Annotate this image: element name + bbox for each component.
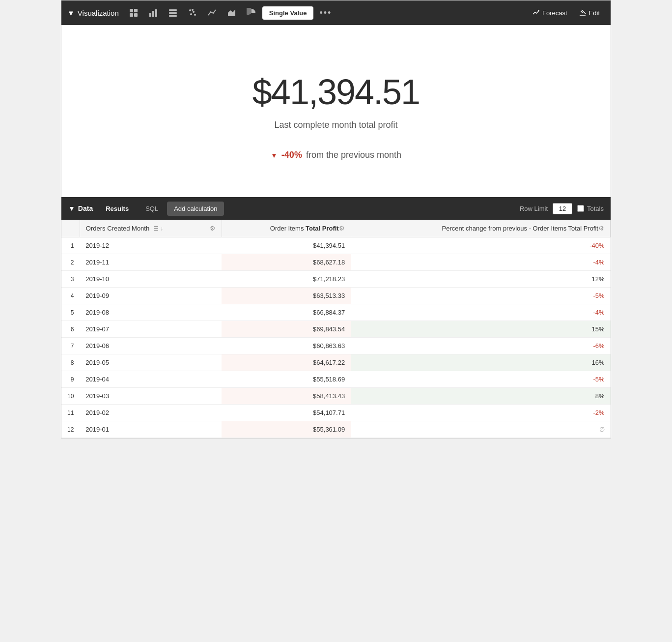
cell-month: 2019-03 — [80, 388, 222, 405]
list-view-button[interactable] — [164, 5, 182, 21]
cell-month: 2019-04 — [80, 371, 222, 388]
tab-results[interactable]: Results — [98, 201, 137, 216]
col-header-pct: Percent change from previous - Order Ite… — [351, 220, 610, 237]
data-table: Orders Created Month ☰ ↓ ⚙ Order Items T… — [61, 220, 611, 438]
cell-profit: $55,518.69 — [222, 371, 351, 388]
scatter-chart-button[interactable] — [184, 5, 201, 21]
row-number: 4 — [61, 288, 80, 304]
col-pct-gear-icon[interactable]: ⚙ — [598, 225, 604, 232]
cell-month: 2019-05 — [80, 354, 222, 371]
totals-checkbox[interactable] — [577, 205, 584, 212]
comparison-arrow-icon: ▼ — [271, 151, 278, 159]
value-label: Last complete month total profit — [274, 120, 397, 130]
more-options-button[interactable]: ••• — [315, 6, 336, 20]
table-row: 11 2019-02 $54,107.71 -2% — [61, 405, 611, 421]
col-profit-gear-icon[interactable]: ⚙ — [339, 225, 345, 232]
svg-point-11 — [193, 11, 195, 13]
table-row: 2 2019-11 $68,627.18 -4% — [61, 254, 611, 271]
totals-label: Totals — [577, 205, 604, 212]
viz-toolbar: ▼ Visualization — [61, 0, 611, 25]
row-number: 9 — [61, 371, 80, 388]
cell-pct: -4% — [351, 254, 610, 271]
single-value-area: $41,394.51 Last complete month total pro… — [61, 25, 611, 197]
col-profit-prefix: Order Items — [270, 225, 306, 232]
cell-pct: ∅ — [351, 421, 610, 438]
svg-line-19 — [581, 11, 583, 13]
table-row: 6 2019-07 $69,843.54 15% — [61, 321, 611, 338]
cell-month: 2019-07 — [80, 321, 222, 338]
row-number: 7 — [61, 338, 80, 354]
cell-month: 2019-09 — [80, 288, 222, 304]
cell-month: 2019-10 — [80, 271, 222, 288]
svg-rect-9 — [169, 15, 177, 17]
row-number: 1 — [61, 237, 80, 254]
cell-profit: $63,513.33 — [222, 288, 351, 304]
cell-pct: 8% — [351, 388, 610, 405]
viz-title: ▼ Visualization — [67, 9, 119, 17]
svg-rect-4 — [149, 13, 151, 17]
sort-filter-icon[interactable]: ☰ ↓ — [153, 225, 163, 232]
bar-chart-button[interactable] — [144, 5, 162, 21]
cell-month: 2019-12 — [80, 237, 222, 254]
row-number: 10 — [61, 388, 80, 405]
cell-profit: $55,361.09 — [222, 421, 351, 438]
row-limit-input[interactable] — [553, 203, 572, 214]
cell-pct: 12% — [351, 271, 610, 288]
cell-pct: 16% — [351, 354, 610, 371]
data-title: ▼ Data — [68, 204, 93, 212]
cell-pct: -4% — [351, 304, 610, 321]
svg-rect-0 — [130, 9, 133, 12]
row-number: 6 — [61, 321, 80, 338]
row-number: 11 — [61, 405, 80, 421]
cell-pct: -40% — [351, 237, 610, 254]
cell-pct: 15% — [351, 321, 610, 338]
area-chart-button[interactable] — [223, 5, 241, 21]
edit-button[interactable]: Edit — [574, 6, 605, 20]
table-row: 4 2019-09 $63,513.33 -5% — [61, 288, 611, 304]
svg-rect-8 — [169, 12, 177, 14]
cell-profit: $64,617.22 — [222, 354, 351, 371]
cell-profit: $60,863.63 — [222, 338, 351, 354]
svg-rect-2 — [130, 13, 133, 17]
cell-pct: -5% — [351, 288, 610, 304]
comparison-pct: -40% — [281, 150, 302, 160]
row-number: 8 — [61, 354, 80, 371]
svg-marker-15 — [228, 9, 235, 16]
row-number: 12 — [61, 421, 80, 438]
cell-month: 2019-06 — [80, 338, 222, 354]
col-profit-bold: Total Profit — [306, 225, 339, 232]
pie-chart-button[interactable] — [243, 5, 260, 21]
table-row: 5 2019-08 $66,884.37 -4% — [61, 304, 611, 321]
cell-profit: $58,413.43 — [222, 388, 351, 405]
forecast-button[interactable]: Forecast — [528, 6, 572, 20]
row-num-header — [61, 220, 80, 237]
cell-profit: $66,884.37 — [222, 304, 351, 321]
cell-month: 2019-08 — [80, 304, 222, 321]
cell-profit: $41,394.51 — [222, 237, 351, 254]
cell-profit: $68,627.18 — [222, 254, 351, 271]
col-header-profit: Order Items Total Profit ⚙ — [222, 220, 351, 237]
add-calculation-button[interactable]: Add calculation — [167, 202, 224, 216]
viz-title-label: Visualization — [78, 9, 119, 17]
row-number: 3 — [61, 271, 80, 288]
table-row: 1 2019-12 $41,394.51 -40% — [61, 237, 611, 254]
single-value-button[interactable]: Single Value — [262, 6, 314, 20]
cell-profit: $69,843.54 — [222, 321, 351, 338]
cell-pct: -6% — [351, 338, 610, 354]
svg-point-14 — [192, 9, 194, 11]
col-header-month: Orders Created Month ☰ ↓ ⚙ — [80, 220, 222, 237]
forecast-label: Forecast — [542, 9, 567, 17]
table-view-button[interactable] — [125, 5, 142, 21]
table-row: 10 2019-03 $58,413.43 8% — [61, 388, 611, 405]
col-month-label: Orders Created Month — [86, 225, 149, 232]
row-number: 2 — [61, 254, 80, 271]
col-month-gear-icon[interactable]: ⚙ — [210, 225, 216, 232]
tab-sql[interactable]: SQL — [138, 201, 166, 216]
table-row: 7 2019-06 $60,863.63 -6% — [61, 338, 611, 354]
row-limit-label: Row Limit — [520, 205, 548, 212]
svg-rect-7 — [169, 9, 177, 11]
data-toolbar: ▼ Data Results SQL Add calculation Row L… — [61, 197, 611, 220]
line-chart-button[interactable] — [203, 5, 221, 21]
row-number: 5 — [61, 304, 80, 321]
cell-month: 2019-01 — [80, 421, 222, 438]
